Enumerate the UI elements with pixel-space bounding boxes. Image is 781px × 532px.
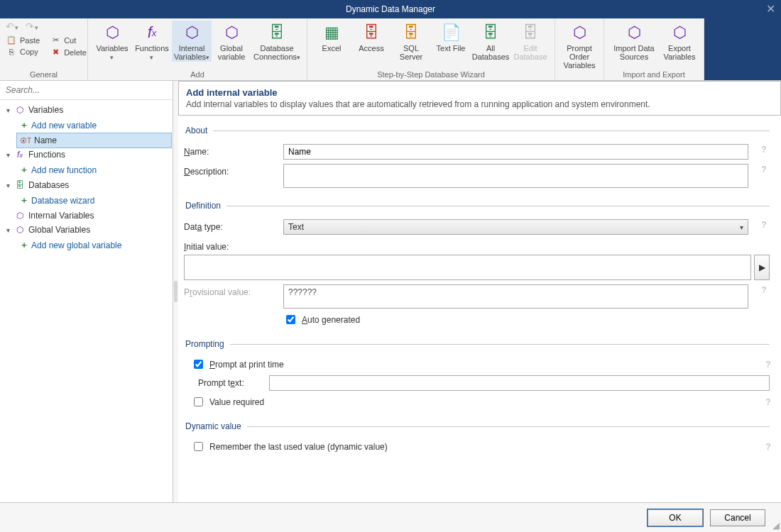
tree-node-functions[interactable]: ▾ fx Functions <box>1 148 171 162</box>
panel-description: Add internal variables to display values… <box>186 99 773 109</box>
close-icon[interactable]: ✕ <box>766 2 775 16</box>
hint-icon[interactable]: ? <box>758 284 770 296</box>
access-icon: 🗄 <box>361 23 382 43</box>
resize-grip-icon[interactable]: ◢ <box>772 520 780 531</box>
provisional-value-label: Provisional value: <box>184 284 276 297</box>
delete-button[interactable]: ✖Delete <box>48 46 88 58</box>
legend-dynamic: Dynamic value <box>184 421 247 431</box>
tree-label: Name <box>34 135 57 145</box>
initial-value-picker-button[interactable]: ▶ <box>754 255 770 280</box>
text-file-label: Text File <box>437 44 466 52</box>
copy-label: Copy <box>20 48 38 56</box>
undo-button[interactable]: ↶▾ <box>6 21 18 32</box>
expander-icon[interactable]: ▾ <box>4 182 11 189</box>
tree-add-variable[interactable]: ＋ Add new variable <box>17 117 171 133</box>
splitter[interactable] <box>173 81 178 502</box>
ribbon-group-wizard: ▦ Excel 🗄 Access 🗄 SQL Server 📄 Text Fil… <box>307 18 555 80</box>
tree-item-name[interactable]: ⦿T Name <box>17 133 171 148</box>
import-icon: ⬡ <box>623 23 645 43</box>
sql-server-button[interactable]: 🗄 SQL Server <box>391 21 431 61</box>
import-data-sources-button[interactable]: ⬡ Import Data Sources <box>608 21 660 61</box>
auto-generated-check-row: Auto generated <box>283 313 770 326</box>
variables-label: Variables <box>96 44 128 52</box>
copy-button[interactable]: ⎘Copy <box>4 46 41 57</box>
hint-icon[interactable]: ? <box>758 219 770 231</box>
ribbon-group-add: ⬡ Variables▾ fx Functions▾ ⬡ Internal Va… <box>88 18 307 80</box>
internal-variables-button[interactable]: ⬡ Internal Variables▾ <box>172 21 212 62</box>
tree-add-global-variable[interactable]: ＋ Add new global variable <box>17 237 171 253</box>
name-field[interactable] <box>283 144 748 160</box>
remember-last-checkbox[interactable] <box>194 442 203 451</box>
auto-generated-checkbox[interactable] <box>286 315 295 324</box>
ribbon-group-general-label: General <box>4 69 83 79</box>
variables-button[interactable]: ⬡ Variables▾ <box>92 21 132 62</box>
main-panel: Add internal variable Add internal varia… <box>178 81 781 502</box>
ribbon-group-wizard-label: Step-by-Step Database Wizard <box>312 69 550 79</box>
legend-prompting: Prompting <box>184 339 230 349</box>
global-variable-label: Global variable <box>214 44 248 61</box>
provisional-value-field[interactable]: ?????? <box>283 284 748 309</box>
cube-icon: ⬡ <box>14 105 26 115</box>
initial-value-field[interactable] <box>184 255 751 280</box>
search-input[interactable] <box>0 81 173 99</box>
fieldset-about: About Name: ? Description: ? <box>184 126 770 195</box>
title-bar: Dynamic Data Manager ✕ <box>0 0 781 18</box>
sql-server-label: SQL Server <box>394 44 428 61</box>
hint-icon[interactable]: ? <box>763 397 774 408</box>
import-label: Import Data Sources <box>611 44 657 61</box>
tree-label: Variables <box>28 105 63 115</box>
tree: ▾ ⬡ Variables ＋ Add new variable ⦿T Name… <box>0 100 173 502</box>
database-connections-label: Database Connections <box>253 44 297 61</box>
hint-icon[interactable]: ? <box>763 441 774 453</box>
tree-label: Internal Variables <box>28 211 94 221</box>
functions-button[interactable]: fx Functions▾ <box>132 21 172 62</box>
value-required-checkbox[interactable] <box>194 397 203 406</box>
sidebar: ▾ ⬡ Variables ＋ Add new variable ⦿T Name… <box>0 81 173 502</box>
ribbon-group-import-export-label: Import and Export <box>608 69 699 79</box>
cut-button[interactable]: ✂Cut <box>48 34 88 46</box>
database-icon: 🗄 <box>480 23 501 43</box>
edit-database-button[interactable]: 🗄 Edit Database <box>510 21 550 61</box>
ok-button[interactable]: OK <box>648 509 703 526</box>
hint-icon[interactable]: ? <box>763 359 774 370</box>
hint-icon[interactable]: ? <box>758 144 770 155</box>
legend-definition: Definition <box>184 201 226 211</box>
expander-icon[interactable]: ▾ <box>4 226 11 234</box>
prompt-text-field[interactable] <box>269 375 770 391</box>
expander-icon[interactable]: ▾ <box>4 106 11 114</box>
tree-node-variables[interactable]: ▾ ⬡ Variables <box>1 103 171 117</box>
globe-cube-icon: ⬡ <box>221 23 242 43</box>
tree-node-internal[interactable]: ⬡ Internal Variables <box>1 209 171 223</box>
tree-node-databases[interactable]: ▾ 🗄 Databases <box>1 178 171 192</box>
prompt-at-print-checkbox[interactable] <box>194 360 203 369</box>
fx-icon: fx <box>14 150 26 160</box>
export-variables-button[interactable]: ⬡ Export Variables <box>660 21 699 61</box>
fieldset-dynamic: Dynamic value Remember the last used val… <box>184 421 770 460</box>
global-variable-button[interactable]: ⬡ Global variable <box>212 21 251 62</box>
tree-add-function[interactable]: ＋ Add new function <box>17 162 171 178</box>
excel-button[interactable]: ▦ Excel <box>312 21 351 61</box>
search-box <box>0 81 173 100</box>
all-databases-button[interactable]: 🗄 All Databases <box>471 21 510 61</box>
undo-redo: ↶▾ ↷▾ <box>4 21 79 32</box>
hint-icon[interactable]: ? <box>758 164 770 175</box>
tree-node-global[interactable]: ▾ ⬡ Global Variables <box>1 223 171 237</box>
access-button[interactable]: 🗄 Access <box>351 21 391 61</box>
panel-header: Add internal variable Add internal varia… <box>178 81 781 116</box>
redo-button[interactable]: ↷▾ <box>26 21 38 32</box>
database-connections-button[interactable]: 🗄 Database Connections▾ <box>251 21 302 62</box>
description-field[interactable] <box>283 164 748 188</box>
value-required-row: Value required ? <box>191 395 770 409</box>
prompt-order-button[interactable]: ⬡ Prompt Order Variables <box>559 21 599 70</box>
expander-icon[interactable]: ▾ <box>4 151 11 159</box>
text-file-button[interactable]: 📄 Text File <box>431 21 471 61</box>
tree-label: Add new global variable <box>31 240 121 250</box>
excel-icon: ▦ <box>321 23 342 43</box>
ribbon: ↶▾ ↷▾ 📋Paste ⎘Copy ✂Cut ✖Delete General <box>0 18 781 81</box>
ribbon-group-prompt: ⬡ Prompt Order Variables <box>555 18 604 80</box>
paste-button[interactable]: 📋Paste <box>4 34 41 46</box>
datatype-select[interactable]: Text ▾ <box>283 219 748 235</box>
plus-icon: ＋ <box>20 194 28 206</box>
cancel-button[interactable]: Cancel <box>710 509 765 526</box>
tree-database-wizard[interactable]: ＋ Database wizard <box>17 192 171 209</box>
